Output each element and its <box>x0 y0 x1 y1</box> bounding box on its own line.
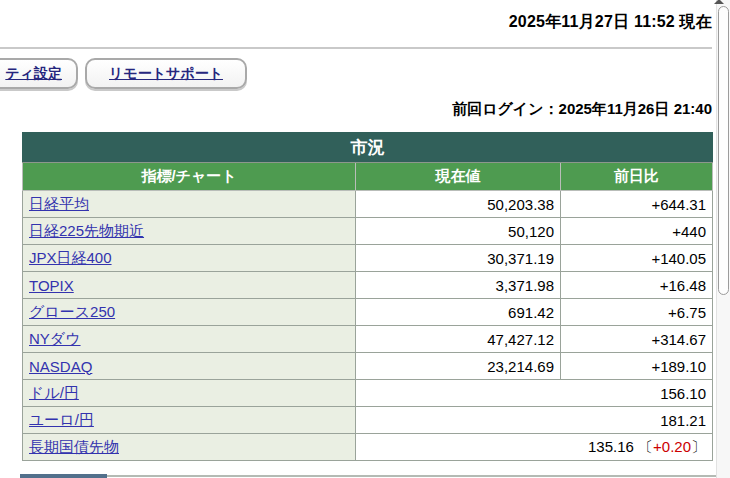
index-link[interactable]: 日経平均 <box>29 195 89 212</box>
current-value-cell: 156.10 <box>356 380 713 407</box>
index-label-cell: 日経225先物期近 <box>23 218 356 245</box>
table-row: 日経平均50,203.38+644.31 <box>23 191 713 218</box>
index-label-cell: グロース250 <box>23 299 356 326</box>
current-value-cell: 30,371.19 <box>356 245 561 272</box>
change-value: +0.20 <box>653 438 691 455</box>
index-label-cell: 日経平均 <box>23 191 356 218</box>
index-label-cell: JPX日経400 <box>23 245 356 272</box>
change-cell: +140.05 <box>561 245 713 272</box>
table-row: NYダウ47,427.12+314.67 <box>23 326 713 353</box>
index-link[interactable]: JPX日経400 <box>29 249 112 266</box>
index-link[interactable]: ドル/円 <box>29 384 79 401</box>
current-value-cell: 23,214.69 <box>356 353 561 380</box>
scroll-up-arrow-icon[interactable] <box>714 0 724 4</box>
index-label-cell: 長期国債先物 <box>23 434 356 461</box>
table-row: JPX日経40030,371.19+140.05 <box>23 245 713 272</box>
market-table-body: 日経平均50,203.38+644.31日経225先物期近50,120+440J… <box>23 191 713 461</box>
remote-support-button[interactable]: リモートサポート <box>85 58 247 89</box>
current-value-cell: 50,120 <box>356 218 561 245</box>
index-label-cell: ドル/円 <box>23 380 356 407</box>
index-link[interactable]: ユーロ/円 <box>29 411 94 428</box>
index-link[interactable]: グロース250 <box>29 303 115 320</box>
table-row: NASDAQ23,214.69+189.10 <box>23 353 713 380</box>
remote-support-label: リモートサポート <box>109 65 223 83</box>
header-divider <box>0 47 712 49</box>
column-header-change: 前日比 <box>561 163 713 191</box>
table-row: グロース250691.42+6.75 <box>23 299 713 326</box>
current-value-cell: 3,371.98 <box>356 272 561 299</box>
table-row: TOPIX3,371.98+16.48 <box>23 272 713 299</box>
next-section-edge <box>0 474 730 478</box>
table-title: 市況 <box>23 133 713 163</box>
scrollbar-thumb[interactable] <box>718 6 729 295</box>
table-row: 長期国債先物135.16 〔+0.20〕 <box>23 434 713 461</box>
index-link[interactable]: 日経225先物期近 <box>29 222 144 239</box>
index-link[interactable]: NASDAQ <box>29 358 92 375</box>
table-row: ドル/円156.10 <box>23 380 713 407</box>
index-label-cell: NASDAQ <box>23 353 356 380</box>
current-value-cell: 50,203.38 <box>356 191 561 218</box>
table-title-row: 市況 <box>23 133 713 163</box>
index-link[interactable]: 長期国債先物 <box>29 438 119 455</box>
index-label-cell: ユーロ/円 <box>23 407 356 434</box>
security-settings-button[interactable]: ティ設定 <box>0 58 78 89</box>
change-cell: +6.75 <box>561 299 713 326</box>
column-header-index: 指標/チャート <box>23 163 356 191</box>
table-row: ユーロ/円181.21 <box>23 407 713 434</box>
change-cell: +440 <box>561 218 713 245</box>
index-link[interactable]: TOPIX <box>29 277 74 294</box>
vertical-scrollbar[interactable] <box>716 0 730 478</box>
index-label-cell: TOPIX <box>23 272 356 299</box>
table-header-row: 指標/チャート 現在値 前日比 <box>23 163 713 191</box>
current-datetime: 2025年11月27日 11:52 現在 <box>0 12 712 33</box>
index-link[interactable]: NYダウ <box>29 330 81 347</box>
change-cell: +644.31 <box>561 191 713 218</box>
current-value-cell: 47,427.12 <box>356 326 561 353</box>
page: 2025年11月27日 11:52 現在 ティ設定 リモートサポート 前回ログイ… <box>0 0 730 478</box>
last-login-text: 前回ログイン：2025年11月26日 21:40 <box>0 100 712 119</box>
change-cell: +314.67 <box>561 326 713 353</box>
change-cell: +16.48 <box>561 272 713 299</box>
current-value-cell: 135.16 〔+0.20〕 <box>356 434 713 461</box>
security-settings-label: ティ設定 <box>5 65 62 83</box>
column-header-current: 現在値 <box>356 163 561 191</box>
current-value-cell: 691.42 <box>356 299 561 326</box>
change-cell: +189.10 <box>561 353 713 380</box>
current-value-cell: 181.21 <box>356 407 713 434</box>
index-label-cell: NYダウ <box>23 326 356 353</box>
table-row: 日経225先物期近50,120+440 <box>23 218 713 245</box>
next-section-border <box>104 475 730 477</box>
market-conditions-table: 市況 指標/チャート 現在値 前日比 日経平均50,203.38+644.31日… <box>22 132 713 461</box>
next-section-tab[interactable] <box>20 474 107 478</box>
